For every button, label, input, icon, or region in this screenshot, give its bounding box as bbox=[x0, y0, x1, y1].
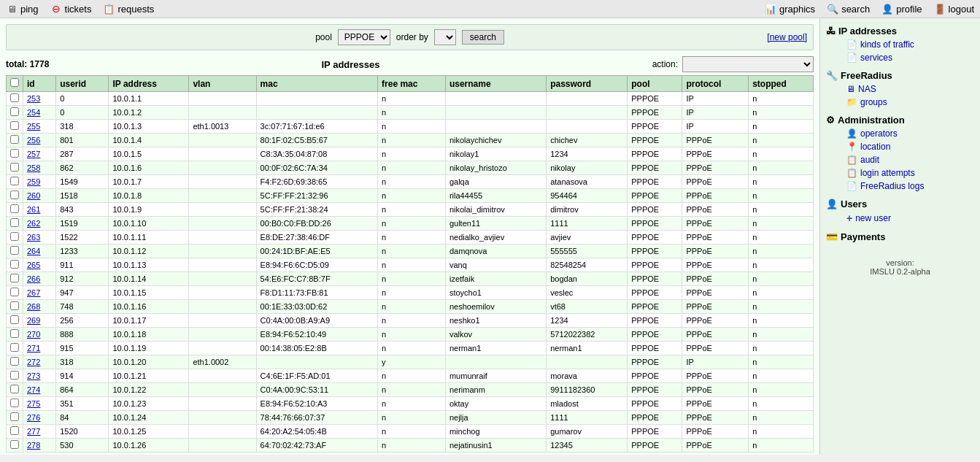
new-pool-link[interactable]: [new pool] bbox=[767, 32, 807, 42]
row-checkbox[interactable] bbox=[10, 163, 19, 172]
search-nav-item[interactable]: 🔍 search bbox=[827, 3, 870, 15]
sidebar-ip-title[interactable]: 🖧 IP addresses bbox=[823, 24, 977, 38]
cell-ip: 10.0.1.21 bbox=[109, 369, 189, 383]
link-id[interactable]: 260 bbox=[27, 191, 40, 200]
link-id[interactable]: 254 bbox=[27, 108, 40, 117]
cell-userid: 1520 bbox=[56, 425, 109, 439]
link-id[interactable]: 271 bbox=[27, 344, 40, 353]
cell-userid: 1519 bbox=[56, 217, 109, 231]
row-checkbox[interactable] bbox=[10, 426, 19, 435]
row-checkbox[interactable] bbox=[10, 288, 19, 296]
row-checkbox[interactable] bbox=[10, 121, 19, 130]
row-checkbox[interactable] bbox=[10, 177, 19, 185]
sidebar-payments-title[interactable]: 💳 Payments bbox=[823, 230, 977, 244]
link-id[interactable]: 274 bbox=[27, 385, 40, 394]
cell-userid: 911 bbox=[56, 258, 109, 272]
row-checkbox[interactable] bbox=[10, 190, 19, 199]
search-button[interactable]: search bbox=[462, 30, 504, 45]
order-by-select[interactable] bbox=[434, 29, 456, 45]
sidebar-item-operators[interactable]: 👤 operators bbox=[823, 127, 977, 140]
link-id[interactable]: 258 bbox=[27, 163, 40, 172]
cell-stopped: n bbox=[749, 92, 814, 106]
link-id[interactable]: 263 bbox=[27, 233, 40, 242]
table-row: 26184310.0.1.95C:FF:FF:21:38:24nnikolai_… bbox=[7, 203, 814, 217]
row-checkbox[interactable] bbox=[10, 135, 19, 144]
cell-ip: 10.0.1.16 bbox=[109, 300, 189, 314]
row-checkbox[interactable] bbox=[10, 385, 19, 393]
cell-vlan bbox=[189, 314, 256, 328]
link-id[interactable]: 265 bbox=[27, 261, 40, 269]
link-id[interactable]: 262 bbox=[27, 219, 40, 228]
link-id[interactable]: 278 bbox=[27, 441, 40, 450]
row-checkbox[interactable] bbox=[10, 274, 19, 282]
link-id[interactable]: 269 bbox=[27, 316, 40, 325]
link-id[interactable]: 276 bbox=[27, 413, 40, 422]
tickets-nav-item[interactable]: ⊖ tickets bbox=[50, 3, 92, 15]
row-checkbox[interactable] bbox=[10, 301, 19, 310]
row-checkbox[interactable] bbox=[10, 399, 19, 407]
profile-nav-item[interactable]: 👤 profile bbox=[881, 3, 922, 15]
sidebar-item-login-attempts[interactable]: 📋 login attempts bbox=[823, 166, 977, 180]
cell-username: nejatinusin1 bbox=[445, 439, 546, 453]
link-id[interactable]: 264 bbox=[27, 247, 40, 255]
sidebar-item-new-user[interactable]: + new user bbox=[823, 211, 977, 226]
row-checkbox[interactable] bbox=[10, 93, 19, 102]
row-checkbox[interactable] bbox=[10, 232, 19, 241]
sidebar-administration-title[interactable]: ⚙ Administration bbox=[823, 113, 977, 127]
row-checkbox[interactable] bbox=[10, 204, 19, 213]
pool-select[interactable]: PPPOE bbox=[338, 29, 390, 45]
row-checkbox[interactable] bbox=[10, 218, 19, 227]
cell-mac: 78:44:76:66:07:37 bbox=[256, 411, 377, 425]
row-checkbox[interactable] bbox=[10, 357, 19, 366]
row-checkbox[interactable] bbox=[10, 371, 19, 380]
select-all-checkbox[interactable] bbox=[10, 78, 19, 87]
sidebar-users-title[interactable]: 👤 Users bbox=[823, 197, 977, 211]
link-id[interactable]: 259 bbox=[27, 177, 40, 186]
cell-username: nerman1 bbox=[445, 342, 546, 355]
cell-vlan bbox=[189, 92, 256, 106]
link-id[interactable]: 272 bbox=[27, 358, 40, 366]
link-id[interactable]: 273 bbox=[27, 371, 40, 380]
link-id[interactable]: 268 bbox=[27, 302, 40, 311]
link-id[interactable]: 256 bbox=[27, 136, 40, 145]
link-id[interactable]: 267 bbox=[27, 288, 40, 297]
requests-nav-item[interactable]: 📋 requests bbox=[103, 3, 154, 15]
graphics-nav-item[interactable]: 📊 graphics bbox=[765, 3, 815, 15]
sidebar-freeradius-title[interactable]: 🔧 FreeRadius bbox=[823, 69, 977, 82]
row-checkbox[interactable] bbox=[10, 315, 19, 324]
row-checkbox[interactable] bbox=[10, 440, 19, 449]
row-checkbox-cell bbox=[7, 425, 23, 439]
link-id[interactable]: 257 bbox=[27, 150, 40, 158]
sidebar-item-freeradius-logs[interactable]: 📄 FreeRadius logs bbox=[823, 180, 977, 193]
sidebar-item-groups[interactable]: 📁 groups bbox=[823, 96, 977, 109]
sidebar-item-kinds-of-traffic[interactable]: 📄 kinds of traffic bbox=[823, 38, 977, 51]
link-id[interactable]: 277 bbox=[27, 427, 40, 436]
cell-mac: F4:F2:6D:69:38:65 bbox=[256, 175, 377, 189]
nas-label: NAS bbox=[858, 84, 876, 94]
cell-mac: C0:4A:00:9C:53:11 bbox=[256, 383, 377, 397]
link-id[interactable]: 261 bbox=[27, 205, 40, 214]
link-id[interactable]: 270 bbox=[27, 330, 40, 339]
requests-icon: 📋 bbox=[103, 3, 115, 15]
sidebar-item-location[interactable]: 📍 location bbox=[823, 140, 977, 153]
link-id[interactable]: 253 bbox=[27, 94, 40, 103]
action-select[interactable] bbox=[682, 56, 814, 72]
row-checkbox[interactable] bbox=[10, 260, 19, 269]
sidebar-item-nas[interactable]: 🖥 NAS bbox=[823, 82, 977, 96]
row-checkbox-cell bbox=[7, 106, 23, 120]
row-checkbox[interactable] bbox=[10, 149, 19, 158]
sidebar-item-audit[interactable]: 📋 audit bbox=[823, 153, 977, 166]
ping-nav-item[interactable]: 🖥 ping bbox=[6, 3, 39, 15]
row-checkbox[interactable] bbox=[10, 412, 19, 421]
row-checkbox[interactable] bbox=[10, 329, 19, 338]
sidebar-item-services[interactable]: 📄 services bbox=[823, 51, 977, 64]
logout-nav-item[interactable]: 🚪 logout bbox=[934, 3, 974, 15]
link-id[interactable]: 255 bbox=[27, 122, 40, 131]
link-id[interactable]: 266 bbox=[27, 274, 40, 283]
row-checkbox[interactable] bbox=[10, 343, 19, 352]
cell-stopped: n bbox=[749, 106, 814, 120]
cell-stopped: n bbox=[749, 300, 814, 314]
link-id[interactable]: 275 bbox=[27, 399, 40, 408]
row-checkbox[interactable] bbox=[10, 246, 19, 255]
row-checkbox[interactable] bbox=[10, 107, 19, 116]
